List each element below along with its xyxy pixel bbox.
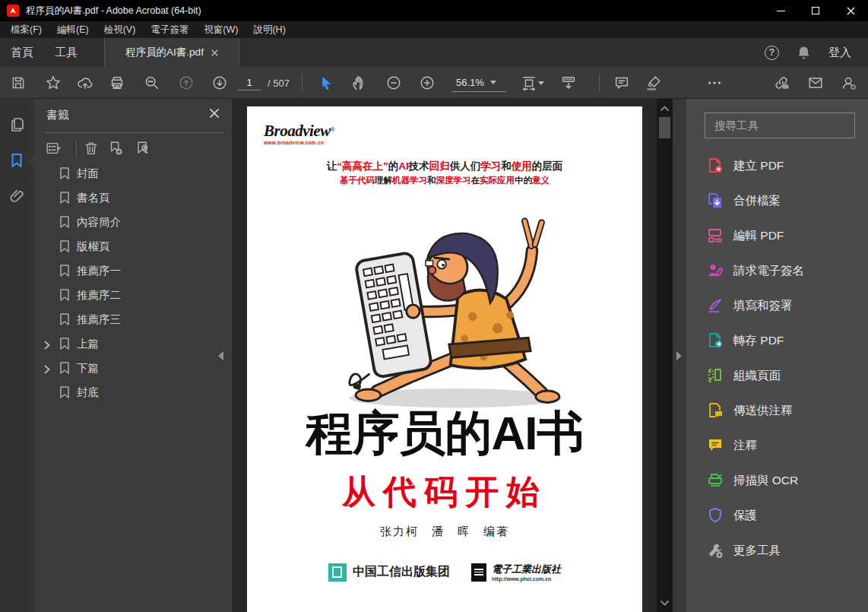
tool-label: 填寫和簽署: [733, 298, 793, 314]
email-button[interactable]: [806, 74, 825, 92]
menu-window[interactable]: 視窗(W): [196, 22, 246, 38]
tab-close-icon[interactable]: [211, 49, 218, 56]
account-button[interactable]: [840, 74, 858, 92]
document-toolbar: / 507 56.1%: [0, 67, 868, 99]
print-button[interactable]: [108, 74, 126, 92]
maximize-button[interactable]: [798, 0, 833, 21]
tool-item-edit-pdf[interactable]: 編輯 PDF: [686, 222, 868, 249]
trash-icon: [83, 140, 100, 157]
tab-document[interactable]: 程序員的AI書.pdf: [104, 38, 239, 67]
attachments-panel-button[interactable]: [8, 187, 26, 205]
highlight-tool-button[interactable]: [645, 74, 663, 92]
bookmark-icon: [59, 239, 71, 253]
sign-in-button[interactable]: 登入: [828, 46, 851, 60]
tool-item-request-esign[interactable]: 請求電子簽名: [686, 257, 868, 284]
page-up-icon: [178, 75, 195, 91]
bookmark-label: 書名頁: [77, 191, 110, 205]
close-button[interactable]: [833, 0, 868, 21]
bookmark-icon: [59, 191, 71, 205]
tool-item-more-tools[interactable]: 更多工具: [686, 537, 868, 564]
bookmark-item[interactable]: 版權頁: [34, 234, 232, 258]
bookmark-item[interactable]: 下篇: [34, 356, 232, 380]
tool-item-export-pdf[interactable]: 轉存 PDF: [686, 327, 868, 354]
bookmark-icon: [59, 385, 71, 399]
notifications-bell-icon[interactable]: [797, 46, 810, 60]
export-pdf-icon: [706, 331, 724, 350]
menu-help[interactable]: 說明(H): [246, 22, 293, 38]
next-page-button[interactable]: [211, 74, 229, 92]
menu-esign[interactable]: 電子簽署: [143, 22, 196, 38]
tool-item-combine-files[interactable]: 合併檔案: [686, 187, 868, 214]
scroll-mode-button[interactable]: [559, 74, 578, 92]
minimize-icon: [777, 11, 785, 11]
bookmark-item[interactable]: 推薦序二: [34, 283, 232, 307]
tool-item-send-for-comments[interactable]: 傳送供注釋: [686, 397, 868, 424]
bookmark-item[interactable]: 推薦序三: [34, 307, 232, 331]
add-bookmark-button[interactable]: [107, 140, 125, 158]
tab-tools[interactable]: 工具: [55, 46, 78, 60]
vertical-scrollbar[interactable]: [657, 99, 673, 612]
previous-page-button[interactable]: [177, 74, 195, 92]
bookmark-label: 推薦序二: [77, 288, 121, 303]
scroll-up-button[interactable]: [657, 102, 673, 114]
bookmark-label: 上篇: [77, 337, 99, 351]
scrollbar-thumb[interactable]: [659, 117, 670, 138]
search-tools-input[interactable]: [705, 113, 855, 138]
expand-right-panel-handle[interactable]: [676, 351, 682, 360]
cover-tagline-2: 基于代码理解机器学习和深度学习在实际应用中的意义: [247, 175, 642, 186]
menu-view[interactable]: 檢視(V): [97, 22, 144, 38]
tab-home[interactable]: 首頁: [11, 46, 33, 60]
minimize-button[interactable]: [763, 0, 798, 21]
comment-tool-button[interactable]: [613, 74, 631, 92]
menu-file[interactable]: 檔案(F): [3, 22, 49, 38]
save-button[interactable]: [9, 74, 27, 92]
more-tools-menu-button[interactable]: [705, 74, 724, 92]
goto-bookmark-button[interactable]: [135, 140, 153, 158]
tool-item-scan-ocr[interactable]: 掃描與 OCR: [686, 467, 868, 494]
bookmark-item[interactable]: 上篇: [34, 331, 232, 356]
expand-chevron-icon[interactable]: [43, 339, 52, 348]
tool-item-protect[interactable]: 保護: [686, 502, 868, 529]
tool-item-organize-pages[interactable]: 組織頁面: [686, 362, 868, 389]
expand-chevron-icon[interactable]: [43, 363, 52, 373]
envelope-icon: [807, 75, 824, 91]
bookmark-item[interactable]: 封底: [34, 380, 232, 404]
pdf-page: Broadview® www.broadview.com.cn 让“高高在上”的…: [247, 106, 642, 612]
help-button[interactable]: ?: [765, 46, 779, 60]
bookmark-options-button[interactable]: [45, 140, 63, 158]
navigation-rail: [0, 99, 34, 612]
chevron-down-icon[interactable]: [538, 81, 544, 85]
tool-item-comment[interactable]: 注釋: [686, 432, 868, 459]
bookmarks-panel-button[interactable]: [8, 151, 26, 170]
bookmarks-close-button[interactable]: [209, 108, 221, 120]
page-thumbnails-button[interactable]: [8, 116, 26, 134]
share-cloud-button[interactable]: [76, 74, 94, 92]
scroll-down-button[interactable]: [657, 597, 673, 609]
find-button[interactable]: [143, 74, 161, 92]
fit-page-button[interactable]: [520, 74, 538, 92]
minus-circle-icon: [385, 75, 402, 91]
zoom-out-button[interactable]: [385, 74, 403, 92]
publisher-group-name: 中国工信出版集团: [353, 564, 450, 580]
publisher-house-logo: [471, 563, 486, 582]
selection-tool-button[interactable]: [316, 74, 334, 92]
menu-edit[interactable]: 編輯(E): [49, 22, 97, 38]
hand-tool-button[interactable]: [350, 74, 368, 92]
bookmark-item[interactable]: 書名頁: [34, 186, 232, 210]
collapse-left-panel-handle[interactable]: [218, 351, 223, 360]
zoom-in-button[interactable]: [418, 74, 436, 92]
bookmark-item[interactable]: 推薦序一: [34, 258, 232, 283]
delete-bookmark-button[interactable]: [83, 140, 101, 158]
zoom-level-dropdown[interactable]: 56.1%: [451, 74, 506, 92]
page-number-input[interactable]: [238, 75, 261, 90]
pages-icon: [8, 116, 26, 134]
share-link-button[interactable]: [772, 74, 790, 92]
bookmark-target-icon: [135, 140, 151, 157]
favorite-star-button[interactable]: [44, 74, 62, 92]
bookmark-label: 推薦序三: [77, 312, 121, 327]
tool-item-fill-sign[interactable]: 填寫和簽署: [686, 292, 868, 319]
bookmark-item[interactable]: 內容簡介: [34, 210, 232, 234]
tool-item-create-pdf[interactable]: 建立 PDF: [686, 152, 868, 179]
bookmark-item[interactable]: 封面: [34, 161, 232, 186]
tool-label: 組織頁面: [733, 368, 781, 384]
